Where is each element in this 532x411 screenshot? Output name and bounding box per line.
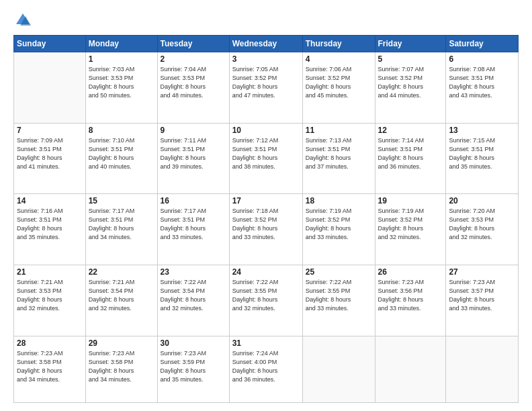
- page: SundayMondayTuesdayWednesdayThursdayFrid…: [0, 0, 532, 411]
- day-number: 28: [17, 338, 83, 348]
- day-info: Sunrise: 7:17 AM Sunset: 3:51 PM Dayligh…: [161, 207, 226, 242]
- calendar-cell: 22Sunrise: 7:21 AM Sunset: 3:54 PM Dayli…: [85, 265, 157, 336]
- calendar-cell: 12Sunrise: 7:14 AM Sunset: 3:51 PM Dayli…: [375, 123, 446, 194]
- day-number: 25: [306, 267, 372, 277]
- calendar-cell: 16Sunrise: 7:17 AM Sunset: 3:51 PM Dayli…: [157, 194, 229, 265]
- day-info: Sunrise: 7:22 AM Sunset: 3:54 PM Dayligh…: [161, 278, 226, 313]
- day-info: Sunrise: 7:04 AM Sunset: 3:53 PM Dayligh…: [161, 65, 226, 100]
- weekday-header-saturday: Saturday: [446, 36, 519, 52]
- day-number: 12: [378, 126, 443, 135]
- calendar-cell: [446, 336, 519, 402]
- day-number: 10: [232, 126, 300, 135]
- day-info: Sunrise: 7:22 AM Sunset: 3:55 PM Dayligh…: [306, 278, 372, 313]
- week-row-3: 21Sunrise: 7:21 AM Sunset: 3:53 PM Dayli…: [14, 265, 519, 336]
- calendar-cell: 20Sunrise: 7:20 AM Sunset: 3:53 PM Dayli…: [446, 194, 519, 265]
- calendar-cell: 27Sunrise: 7:23 AM Sunset: 3:57 PM Dayli…: [446, 265, 519, 336]
- day-number: 3: [232, 54, 300, 64]
- calendar-cell: 21Sunrise: 7:21 AM Sunset: 3:53 PM Dayli…: [14, 265, 86, 336]
- calendar-cell: 8Sunrise: 7:10 AM Sunset: 3:51 PM Daylig…: [85, 123, 157, 194]
- calendar-cell: 10Sunrise: 7:12 AM Sunset: 3:51 PM Dayli…: [229, 123, 302, 194]
- calendar-cell: 9Sunrise: 7:11 AM Sunset: 3:51 PM Daylig…: [157, 123, 229, 194]
- calendar-cell: 15Sunrise: 7:17 AM Sunset: 3:51 PM Dayli…: [85, 194, 157, 265]
- calendar-cell: 23Sunrise: 7:22 AM Sunset: 3:54 PM Dayli…: [157, 265, 229, 336]
- day-info: Sunrise: 7:21 AM Sunset: 3:53 PM Dayligh…: [17, 278, 83, 313]
- day-number: 4: [306, 54, 372, 64]
- weekday-header-thursday: Thursday: [302, 36, 375, 52]
- day-number: 29: [89, 338, 154, 348]
- day-info: Sunrise: 7:24 AM Sunset: 4:00 PM Dayligh…: [232, 349, 300, 384]
- day-number: 23: [161, 267, 226, 277]
- day-number: 1: [89, 54, 154, 64]
- week-row-1: 7Sunrise: 7:09 AM Sunset: 3:51 PM Daylig…: [14, 123, 519, 194]
- day-number: 13: [449, 126, 515, 135]
- calendar-cell: 2Sunrise: 7:04 AM Sunset: 3:53 PM Daylig…: [157, 52, 229, 124]
- calendar-cell: 11Sunrise: 7:13 AM Sunset: 3:51 PM Dayli…: [302, 123, 375, 194]
- day-info: Sunrise: 7:06 AM Sunset: 3:52 PM Dayligh…: [306, 65, 372, 100]
- day-number: 6: [449, 54, 515, 64]
- day-number: 8: [89, 126, 154, 135]
- logo: [13, 11, 35, 30]
- day-number: 27: [449, 267, 515, 277]
- calendar-cell: 28Sunrise: 7:23 AM Sunset: 3:58 PM Dayli…: [14, 336, 86, 402]
- calendar-cell: 13Sunrise: 7:15 AM Sunset: 3:51 PM Dayli…: [446, 123, 519, 194]
- calendar-cell: 14Sunrise: 7:16 AM Sunset: 3:51 PM Dayli…: [14, 194, 86, 265]
- day-number: 14: [17, 196, 83, 205]
- week-row-2: 14Sunrise: 7:16 AM Sunset: 3:51 PM Dayli…: [14, 194, 519, 265]
- calendar-cell: 25Sunrise: 7:22 AM Sunset: 3:55 PM Dayli…: [302, 265, 375, 336]
- day-info: Sunrise: 7:21 AM Sunset: 3:54 PM Dayligh…: [89, 278, 154, 313]
- calendar-cell: 30Sunrise: 7:23 AM Sunset: 3:59 PM Dayli…: [157, 336, 229, 402]
- day-info: Sunrise: 7:23 AM Sunset: 3:56 PM Dayligh…: [378, 278, 443, 313]
- calendar-cell: 31Sunrise: 7:24 AM Sunset: 4:00 PM Dayli…: [229, 336, 302, 402]
- weekday-header-monday: Monday: [85, 36, 157, 52]
- day-info: Sunrise: 7:11 AM Sunset: 3:51 PM Dayligh…: [161, 136, 226, 171]
- calendar-cell: 17Sunrise: 7:18 AM Sunset: 3:52 PM Dayli…: [229, 194, 302, 265]
- day-number: 18: [306, 196, 372, 205]
- day-number: 17: [232, 196, 300, 205]
- day-info: Sunrise: 7:05 AM Sunset: 3:52 PM Dayligh…: [232, 65, 300, 100]
- calendar-cell: 24Sunrise: 7:22 AM Sunset: 3:55 PM Dayli…: [229, 265, 302, 336]
- weekday-header-tuesday: Tuesday: [157, 36, 229, 52]
- day-info: Sunrise: 7:12 AM Sunset: 3:51 PM Dayligh…: [232, 136, 300, 171]
- calendar-cell: [375, 336, 446, 402]
- day-info: Sunrise: 7:19 AM Sunset: 3:52 PM Dayligh…: [378, 207, 443, 242]
- weekday-header-wednesday: Wednesday: [229, 36, 302, 52]
- day-info: Sunrise: 7:18 AM Sunset: 3:52 PM Dayligh…: [232, 207, 300, 242]
- weekday-header-sunday: Sunday: [14, 36, 86, 52]
- day-number: 30: [161, 338, 226, 348]
- day-number: 9: [161, 126, 226, 135]
- calendar-cell: 18Sunrise: 7:19 AM Sunset: 3:52 PM Dayli…: [302, 194, 375, 265]
- calendar-cell: [302, 336, 375, 402]
- day-info: Sunrise: 7:08 AM Sunset: 3:51 PM Dayligh…: [449, 65, 515, 100]
- day-number: 20: [449, 196, 515, 205]
- calendar-table: SundayMondayTuesdayWednesdayThursdayFrid…: [13, 35, 519, 403]
- calendar-cell: 5Sunrise: 7:07 AM Sunset: 3:52 PM Daylig…: [375, 52, 446, 124]
- weekday-header-row: SundayMondayTuesdayWednesdayThursdayFrid…: [14, 36, 519, 52]
- day-number: 5: [378, 54, 443, 64]
- day-info: Sunrise: 7:07 AM Sunset: 3:52 PM Dayligh…: [378, 65, 443, 100]
- day-number: 11: [306, 126, 372, 135]
- day-info: Sunrise: 7:14 AM Sunset: 3:51 PM Dayligh…: [378, 136, 443, 171]
- calendar-cell: 19Sunrise: 7:19 AM Sunset: 3:52 PM Dayli…: [375, 194, 446, 265]
- calendar-cell: 1Sunrise: 7:03 AM Sunset: 3:53 PM Daylig…: [85, 52, 157, 124]
- day-number: 2: [161, 54, 226, 64]
- day-number: 21: [17, 267, 83, 277]
- calendar-cell: 6Sunrise: 7:08 AM Sunset: 3:51 PM Daylig…: [446, 52, 519, 124]
- calendar-cell: 29Sunrise: 7:23 AM Sunset: 3:58 PM Dayli…: [85, 336, 157, 402]
- day-info: Sunrise: 7:16 AM Sunset: 3:51 PM Dayligh…: [17, 207, 83, 242]
- day-info: Sunrise: 7:23 AM Sunset: 3:58 PM Dayligh…: [17, 349, 83, 384]
- day-info: Sunrise: 7:22 AM Sunset: 3:55 PM Dayligh…: [232, 278, 300, 313]
- day-number: 16: [161, 196, 226, 205]
- day-info: Sunrise: 7:23 AM Sunset: 3:57 PM Dayligh…: [449, 278, 515, 313]
- calendar-cell: [14, 52, 86, 124]
- day-info: Sunrise: 7:17 AM Sunset: 3:51 PM Dayligh…: [89, 207, 154, 242]
- header: [13, 11, 519, 30]
- day-number: 7: [17, 126, 83, 135]
- day-info: Sunrise: 7:13 AM Sunset: 3:51 PM Dayligh…: [306, 136, 372, 171]
- day-info: Sunrise: 7:20 AM Sunset: 3:53 PM Dayligh…: [449, 207, 515, 242]
- day-info: Sunrise: 7:10 AM Sunset: 3:51 PM Dayligh…: [89, 136, 154, 171]
- day-number: 22: [89, 267, 154, 277]
- day-number: 15: [89, 196, 154, 205]
- day-number: 19: [378, 196, 443, 205]
- day-number: 26: [378, 267, 443, 277]
- day-info: Sunrise: 7:23 AM Sunset: 3:59 PM Dayligh…: [161, 349, 226, 384]
